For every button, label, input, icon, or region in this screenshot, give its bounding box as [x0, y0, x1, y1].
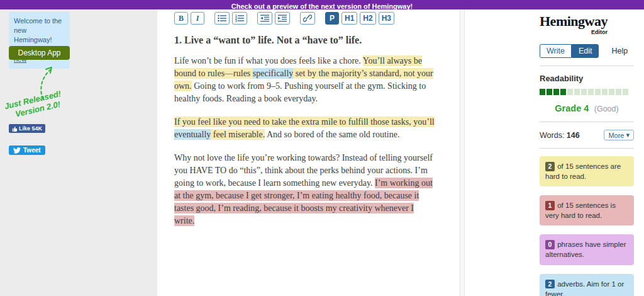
highlight-blue: specifically — [253, 68, 294, 79]
twitter-bird-icon — [13, 147, 21, 154]
link-icon — [303, 14, 312, 22]
readability-segment — [567, 89, 573, 95]
help-link[interactable]: Help — [611, 47, 628, 55]
readability-segment — [560, 89, 566, 95]
edit-tab[interactable]: Edit — [572, 44, 599, 58]
issue-count-badge: 2 — [545, 162, 555, 171]
words-row: Words: 146 More ▾ — [540, 130, 634, 140]
readability-segment — [595, 89, 601, 95]
issue-card-red[interactable]: 1 of 15 sentences is very hard to read. — [540, 195, 634, 225]
plain-text: Going to work from 9–5. Pushing yourself… — [174, 81, 426, 103]
welcome-box: Welcome to the new Hemingway! Read what'… — [9, 12, 70, 69]
grade-value: Grade 4 — [555, 103, 589, 113]
readability-segment — [609, 89, 614, 95]
issue-cards: 2 of 15 sentences are hard to read.1 of … — [540, 156, 634, 296]
divider — [540, 122, 634, 122]
plain-text: And so bored of the same old routine. — [265, 130, 399, 139]
highlight-yellow: feel miserable. — [211, 129, 265, 140]
indent-icon — [278, 14, 287, 22]
issue-card-text: adverbs. Aim for 1 or fewer. — [545, 280, 624, 296]
h2-button[interactable]: H2 — [360, 12, 375, 25]
issue-card-purple[interactable]: 0 phrases have simpler alternatives. — [540, 234, 634, 265]
write-tab[interactable]: Write — [540, 44, 572, 58]
welcome-text: Welcome to the new Hemingway! — [14, 17, 62, 43]
issue-card-blue[interactable]: 2 adverbs. Aim for 1 or fewer. — [540, 274, 634, 296]
thumbs-up-icon — [12, 126, 17, 132]
issue-card-text: phrases have simpler alternatives. — [545, 241, 626, 258]
logo-text: Hemingway — [540, 13, 608, 29]
paragraph-button[interactable]: P — [325, 12, 339, 25]
editor-area: B I 123 — [157, 9, 460, 296]
bullet-list-button[interactable] — [214, 12, 230, 25]
issue-count-badge: 1 — [545, 201, 555, 210]
readability-grade: Grade 4 (Good) — [540, 103, 634, 114]
tweet-button[interactable]: Tweet — [9, 145, 45, 155]
page: Check out a preview of the next version … — [0, 0, 644, 296]
issue-count-badge: 2 — [545, 280, 555, 289]
word-count: Words: 146 — [540, 131, 580, 140]
readability-title: Readability — [540, 74, 634, 83]
readability-segment — [623, 89, 628, 95]
bullet-list-icon — [218, 14, 226, 22]
readability-segment — [602, 89, 608, 95]
editor-body[interactable]: Life won’t be fun if what you does feels… — [174, 55, 435, 227]
bold-button[interactable]: B — [174, 12, 188, 25]
formatting-toolbar: B I 123 — [174, 12, 460, 25]
right-sidebar-column: Hemingway Editor Write Edit Help Readabi… — [540, 14, 634, 296]
highlight-yellow: If you feel like you need to take the ex… — [174, 117, 435, 127]
grade-qualifier: (Good) — [594, 105, 619, 113]
document-heading[interactable]: 1. Live a “want to” life. Not a “have to… — [174, 35, 435, 46]
announcement-banner: Check out a preview of the next version … — [0, 0, 644, 9]
scrollbar[interactable] — [460, 9, 465, 296]
editor-paragraph[interactable]: Life won’t be fun if what you does feels… — [174, 55, 435, 105]
h1-button[interactable]: H1 — [341, 12, 357, 25]
left-sidebar: Welcome to the new Hemingway! Read what'… — [0, 9, 157, 296]
plain-text: Life won’t be fun if what you does feels… — [174, 56, 363, 65]
word-count-value: 146 — [567, 131, 580, 140]
desktop-app-button[interactable]: Desktop App — [9, 46, 70, 60]
issue-card-text: of 15 sentences are hard to read. — [545, 162, 621, 180]
readability-segment — [547, 89, 552, 95]
more-button-label: More — [608, 132, 624, 139]
svg-text:3: 3 — [235, 20, 237, 22]
readability-segment — [553, 89, 559, 95]
numbered-list-icon: 123 — [235, 14, 244, 22]
highlight-blue: eventually — [174, 129, 211, 140]
more-button[interactable]: More ▾ — [604, 130, 634, 140]
readability-bar — [540, 89, 634, 95]
issue-card-yellow[interactable]: 2 of 15 sentences are hard to read. — [540, 156, 634, 186]
editor-paragraph[interactable]: Why not love the life you’re working tow… — [174, 152, 435, 227]
divider — [540, 148, 634, 149]
readability-segment — [581, 89, 587, 95]
italic-button[interactable]: I — [191, 12, 204, 25]
readability-segment — [574, 89, 580, 95]
facebook-like-label: Like 54K — [19, 125, 42, 132]
readability-segment — [616, 89, 621, 95]
issue-card-text: of 15 sentences is very hard to read. — [545, 202, 616, 219]
editor-paragraph[interactable]: If you feel like you need to take the ex… — [174, 116, 435, 141]
issue-count-badge: 0 — [545, 240, 555, 249]
readability-segment — [540, 89, 545, 95]
indent-button[interactable] — [275, 12, 290, 25]
main-layout: Welcome to the new Hemingway! Read what'… — [0, 9, 644, 296]
divider — [540, 65, 634, 66]
outdent-icon — [260, 14, 269, 22]
right-sidebar: Hemingway Editor Write Edit Help Readabi… — [465, 9, 644, 296]
link-button[interactable] — [300, 12, 315, 25]
editor-content[interactable]: 1. Live a “want to” life. Not a “have to… — [174, 35, 435, 227]
caret-down-icon: ▾ — [626, 131, 630, 139]
tweet-label: Tweet — [23, 147, 41, 154]
facebook-like-button[interactable]: Like 54K — [9, 124, 45, 133]
logo-subtext: Editor — [540, 29, 608, 35]
readability-segment — [588, 89, 594, 95]
h3-button[interactable]: H3 — [379, 12, 394, 25]
outdent-button[interactable] — [257, 12, 272, 25]
mode-toggle: Write Edit Help — [540, 44, 634, 58]
word-count-label: Words: — [540, 131, 564, 140]
numbered-list-button[interactable]: 123 — [232, 12, 247, 25]
logo: Hemingway Editor — [540, 14, 608, 35]
release-note: Just Released! Version 2.0! — [4, 89, 65, 122]
